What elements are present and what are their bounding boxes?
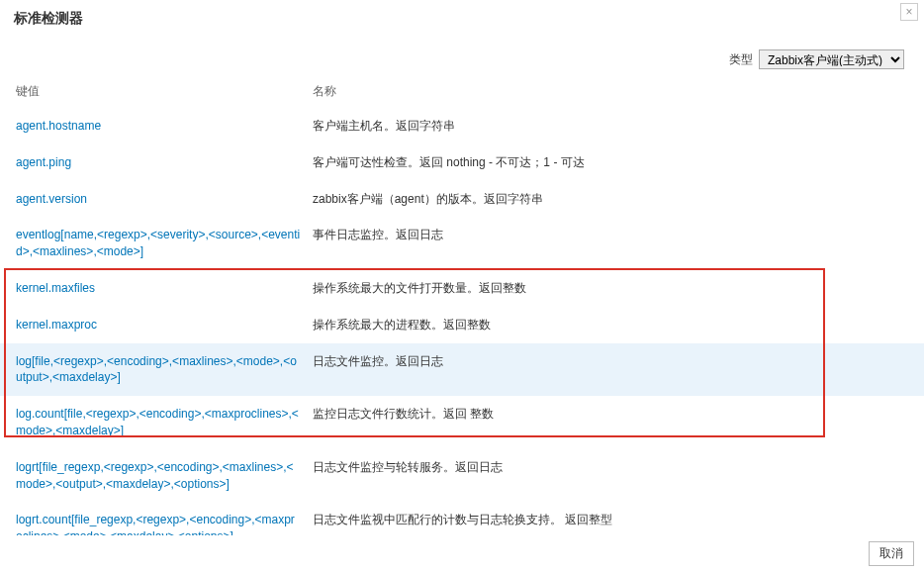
table-row: agent.hostname客户端主机名。返回字符串 <box>0 108 924 144</box>
row-desc: 日志文件监控。返回日志 <box>313 353 910 370</box>
row-desc: 事件日志监控。返回日志 <box>313 227 910 243</box>
table-row: agent.versionzabbix客户端（agent）的版本。返回字符串 <box>0 181 924 218</box>
row-key[interactable]: kernel.maxfiles <box>16 280 313 297</box>
table-content[interactable]: 键值 名称 agent.hostname客户端主机名。返回字符串agent.pi… <box>0 75 924 540</box>
table-row: kernel.maxfiles操作系统最大的文件打开数量。返回整数 <box>0 270 924 307</box>
row-desc: zabbix客户端（agent）的版本。返回字符串 <box>313 191 910 208</box>
dialog-header: 标准检测器 <box>0 0 924 42</box>
row-key[interactable]: kernel.maxproc <box>16 317 313 334</box>
type-label: 类型 <box>729 51 753 68</box>
row-key[interactable]: agent.ping <box>16 154 313 171</box>
column-desc-header: 名称 <box>313 83 910 100</box>
table-row: log[file,<regexp>,<encoding>,<maxlines>,… <box>0 343 924 397</box>
table-row: kernel.maxproc操作系统最大的进程数。返回整数 <box>0 307 924 343</box>
dialog: × 标准检测器 类型 Zabbix客户端(主动式) 键值 名称 agent.ho… <box>0 0 924 572</box>
close-icon[interactable]: × <box>900 3 918 21</box>
row-desc: 监控日志文件行数统计。返回 整数 <box>313 406 910 423</box>
row-desc: 操作系统最大的文件打开数量。返回整数 <box>313 280 910 297</box>
cancel-button[interactable]: 取消 <box>869 541 914 566</box>
table-row: eventlog[name,<regexp>,<severity>,<sourc… <box>0 217 924 270</box>
row-key[interactable]: eventlog[name,<regexp>,<severity>,<sourc… <box>16 227 313 260</box>
row-desc: 客户端可达性检查。返回 nothing - 不可达；1 - 可达 <box>313 154 910 171</box>
dialog-title: 标准检测器 <box>14 10 910 28</box>
row-key[interactable]: agent.hostname <box>16 118 313 135</box>
table-row: agent.ping客户端可达性检查。返回 nothing - 不可达；1 - … <box>0 144 924 181</box>
type-select[interactable]: Zabbix客户端(主动式) <box>759 49 904 69</box>
row-key[interactable]: log.count[file,<regexp>,<encoding>,<maxp… <box>16 406 313 439</box>
table-row: logrt[file_regexp,<regexp>,<encoding>,<m… <box>0 449 924 503</box>
type-row: 类型 Zabbix客户端(主动式) <box>0 42 924 75</box>
row-key[interactable]: logrt[file_regexp,<regexp>,<encoding>,<m… <box>16 459 313 493</box>
row-desc: 客户端主机名。返回字符串 <box>313 118 910 135</box>
row-key[interactable]: log[file,<regexp>,<encoding>,<maxlines>,… <box>16 353 313 387</box>
row-key[interactable]: agent.version <box>16 191 313 208</box>
column-key-header: 键值 <box>16 83 313 100</box>
dialog-footer: 取消 <box>0 535 924 572</box>
table-row: log.count[file,<regexp>,<encoding>,<maxp… <box>0 396 924 449</box>
row-desc: 操作系统最大的进程数。返回整数 <box>313 317 910 334</box>
table-header: 键值 名称 <box>0 75 924 108</box>
row-desc: 日志文件监视中匹配行的计数与日志轮换支持。 返回整型 <box>313 512 910 528</box>
table: 键值 名称 agent.hostname客户端主机名。返回字符串agent.pi… <box>0 75 924 540</box>
row-desc: 日志文件监控与轮转服务。返回日志 <box>313 459 910 476</box>
